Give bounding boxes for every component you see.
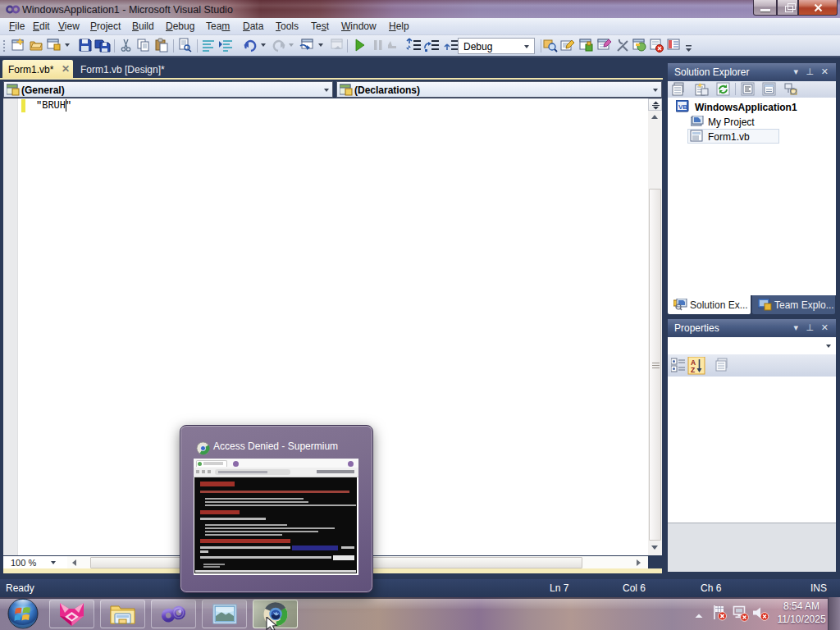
- svg-text:VB: VB: [678, 103, 687, 111]
- svg-text:Z: Z: [691, 366, 695, 374]
